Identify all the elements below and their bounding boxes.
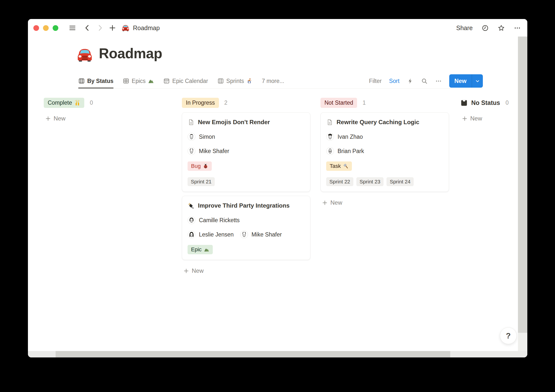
tag-task: Task [326,161,352,171]
ladybug-icon [203,163,208,169]
minimize-window-button[interactable] [43,25,49,31]
tab-label: Epics [132,78,146,84]
tab-by-status[interactable]: By Status [78,74,113,88]
board-view-icon [217,78,224,84]
view-options-icon[interactable] [435,78,442,84]
view-toolbar: Filter Sort New [369,74,483,88]
status-badge-not-started[interactable]: Not Started [320,98,357,108]
new-button[interactable]: New [449,74,472,88]
person-name: Mike Shafer [252,231,282,238]
back-button[interactable] [84,24,91,32]
column-count: 0 [90,99,93,106]
mountain-icon [204,247,209,252]
avatar [188,147,195,155]
more-options-icon[interactable] [514,24,521,32]
tab-epic-calendar[interactable]: Epic Calendar [163,74,208,88]
status-badge-in-progress[interactable]: In Progress [182,98,219,108]
column-complete: Complete 0 New [44,97,172,122]
inbox-icon [460,99,468,107]
document-icon [326,119,333,126]
avatar [188,133,195,141]
column-header: In Progress 2 [182,97,310,109]
tab-epics[interactable]: Epics [123,74,154,88]
filter-button[interactable]: Filter [369,78,382,84]
add-card-button[interactable]: New [182,267,310,274]
avatar [326,133,334,141]
tab-label: By Status [87,78,113,84]
card-new-emojis[interactable]: New Emojis Don't Render Simon Mike Shafe… [182,112,310,192]
avatar [188,231,195,238]
lightning-icon[interactable] [407,78,414,84]
add-card-button[interactable]: New [44,115,172,122]
person-row: Camille Ricketts [188,216,305,224]
mountain-icon [148,78,154,84]
zoom-window-button[interactable] [53,25,58,31]
person: Leslie Jensen [188,231,234,238]
plug-icon [188,202,194,209]
column-no-status: No Status 0 New [460,97,518,122]
table-view-icon [123,78,129,84]
vertical-scrollbar-track[interactable] [518,37,527,352]
new-button-dropdown[interactable] [472,74,483,88]
tag-label: Epic [191,246,202,253]
page-title[interactable]: Roadmap [99,45,162,61]
plus-icon [462,116,468,121]
new-tab-button[interactable] [109,24,116,32]
horizontal-scrollbar-thumb[interactable] [56,351,450,357]
no-status-header[interactable]: No Status [460,99,500,107]
person-row: Brian Park [326,147,443,155]
chevron-down-icon [475,78,480,84]
favorite-star-icon[interactable] [498,24,505,32]
horizontal-scrollbar-track[interactable] [28,351,527,357]
status-badge-complete[interactable]: Complete [44,98,84,108]
person: Ivan Zhao [326,133,363,141]
share-button[interactable]: Share [456,24,473,32]
add-card-label: New [330,199,342,206]
add-card-button[interactable]: New [320,199,449,206]
person-name: Camille Ricketts [199,217,240,224]
card-title-row: New Emojis Don't Render [188,118,305,126]
calendar-view-icon [163,78,170,84]
add-card-label: New [470,115,482,122]
status-label: Complete [48,99,72,106]
column-not-started: Not Started 1 Rewrite Query Caching Logi… [320,97,449,206]
vertical-scrollbar-thumb[interactable] [518,37,527,333]
notion-window: Roadmap Share Roadmap By Status Epics Ep… [28,19,527,357]
tab-label: Epic Calendar [172,78,208,84]
history-clock-icon[interactable] [482,24,489,32]
desktop: { "window": { "title": "Roadmap", "share… [0,0,555,392]
tag-row: Epic [188,245,305,254]
sort-button[interactable]: Sort [389,78,399,84]
runner-icon [246,78,252,84]
person: Mike Shafer [188,147,229,155]
person: Camille Ricketts [188,216,240,224]
column-count: 2 [224,99,228,106]
tag-label: Bug [191,163,201,169]
plus-icon [45,116,51,121]
card-query-caching[interactable]: Rewrite Query Caching Logic Ivan Zhao Br… [320,112,449,192]
plus-icon [183,268,189,274]
plus-icon [322,200,328,206]
tab-more-views[interactable]: 7 more... [262,74,284,88]
page-car-icon[interactable] [77,47,93,63]
add-card-button[interactable]: New [460,115,518,122]
person: Simon [188,133,215,141]
card-integrations[interactable]: Improve Third Party Integrations Camille… [182,196,310,260]
avatar [188,216,195,224]
car-icon [122,24,129,32]
search-icon[interactable] [421,78,428,84]
help-button[interactable]: ? [500,327,517,344]
raising-hands-icon [74,100,80,106]
person-name: Ivan Zhao [338,134,363,140]
column-header: Complete 0 [44,97,172,109]
tag-epic: Epic [188,245,213,254]
forward-button[interactable] [96,24,104,32]
tab-sprints[interactable]: Sprints [217,74,253,88]
view-tabs-bar: By Status Epics Epic Calendar Sprints 7 … [78,74,483,89]
sidebar-menu-icon[interactable] [69,24,76,32]
window-title: Roadmap [133,24,160,32]
close-window-button[interactable] [33,25,39,31]
tag-row: Bug [188,161,305,171]
card-title-row: Improve Third Party Integrations [188,201,305,210]
person-row: Leslie Jensen Mike Shafer [188,231,305,238]
